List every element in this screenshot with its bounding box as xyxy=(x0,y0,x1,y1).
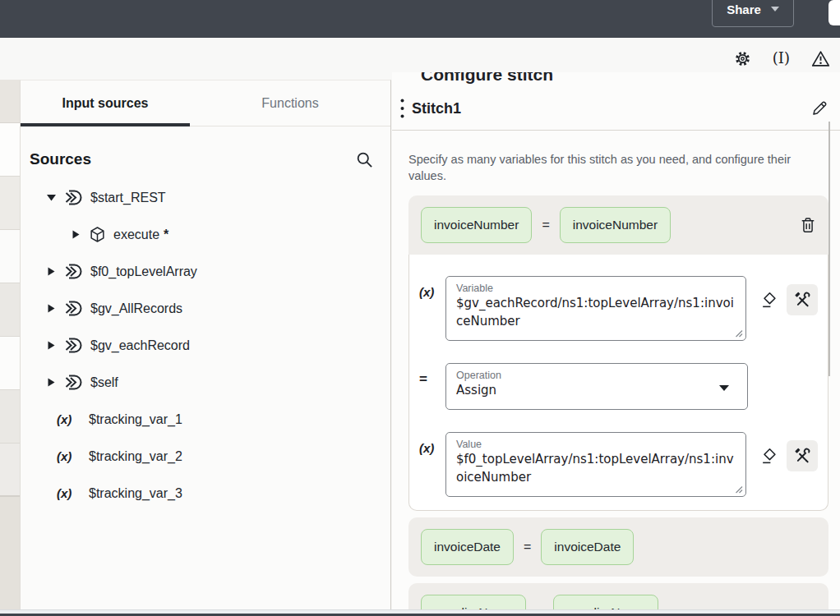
background-canvas-strip xyxy=(0,80,20,616)
operation-select[interactable]: Operation Assign xyxy=(445,363,748,410)
erase-value-icon[interactable] xyxy=(759,447,779,466)
warning-triangle-icon[interactable] xyxy=(811,50,830,67)
tree-item-gv-eachrecord[interactable]: $gv_eachRecord xyxy=(21,327,390,364)
target-variable-badge[interactable]: invoiceNumber xyxy=(421,207,532,243)
field-label: Operation xyxy=(456,370,737,381)
assignment-row[interactable]: invoiceNumber = invoiceNumber xyxy=(408,195,828,255)
operation-row: = Operation Assign xyxy=(419,363,818,410)
caret-down-icon[interactable] xyxy=(46,193,57,202)
tree-item-label: $tracking_var_3 xyxy=(89,486,182,501)
expression-builder-tools-button[interactable] xyxy=(787,284,818,315)
kebab-menu-icon[interactable] xyxy=(400,98,404,119)
stitch-name: Stitch1 xyxy=(412,100,461,117)
chevron-down-icon xyxy=(719,385,729,391)
source-variable-badge[interactable]: invoiceDate xyxy=(541,529,634,565)
value-row: (x) Value $f0_topLevelArray/ns1:topLevel… xyxy=(419,432,818,497)
tree-item-gv-allrecords[interactable]: $gv_AllRecords xyxy=(21,290,390,327)
window-bottom-edge xyxy=(0,609,840,616)
corner-button[interactable] xyxy=(828,0,840,25)
panel-tabs: Input sources Functions xyxy=(21,80,390,126)
top-bar: Share xyxy=(0,0,840,38)
cube-icon xyxy=(89,226,106,243)
sources-tree: $start_REST execute * $f0_topLevelArray xyxy=(21,179,390,512)
expression-builder-tools-button[interactable] xyxy=(787,440,818,471)
edit-pencil-icon[interactable] xyxy=(810,99,828,117)
expression-variable-icon: (x) xyxy=(57,486,81,500)
assignment-editor: (x) Variable $gv_eachRecord/ns1:topLevel… xyxy=(408,255,828,511)
settings-gear-icon[interactable] xyxy=(734,50,751,67)
source-variable-badge[interactable]: invoiceNumber xyxy=(560,207,671,243)
tree-item-tracking-var-2[interactable]: (x) $tracking_var_2 xyxy=(21,438,390,475)
share-button-label: Share xyxy=(727,2,761,16)
tree-item-start-rest[interactable]: $start_REST xyxy=(21,179,390,216)
field-label: Variable xyxy=(456,283,736,294)
caret-right-icon[interactable] xyxy=(46,303,57,314)
tab-functions[interactable]: Functions xyxy=(190,80,390,126)
panel-description: Specify as many variables for this stitc… xyxy=(408,152,820,184)
equals-sign: = xyxy=(419,363,445,388)
tree-item-tracking-var-3[interactable]: (x) $tracking_var_3 xyxy=(21,475,390,512)
tree-item-label: $tracking_var_1 xyxy=(89,412,182,427)
variable-row: (x) Variable $gv_eachRecord/ns1:topLevel… xyxy=(419,276,818,341)
tree-item-tracking-var-1[interactable]: (x) $tracking_var_1 xyxy=(21,401,390,438)
erase-value-icon[interactable] xyxy=(759,291,779,310)
assignment-card-invoicedate[interactable]: invoiceDate = invoiceDate xyxy=(408,517,828,577)
caret-right-icon[interactable] xyxy=(46,377,57,388)
chevron-down-icon xyxy=(771,7,779,11)
configure-stitch-panel: Configure stitch Stitch1 Specify as many… xyxy=(392,72,840,616)
data-source-icon xyxy=(64,264,83,279)
tree-item-f0-toplevelarray[interactable]: $f0_topLevelArray xyxy=(21,253,390,290)
tab-label: Input sources xyxy=(62,96,149,111)
assignment-card-invoicenumber: invoiceNumber = invoiceNumber (x) xyxy=(408,195,828,511)
tree-item-label: $f0_topLevelArray xyxy=(90,264,197,279)
tree-item-label: $start_REST xyxy=(90,191,166,205)
share-button[interactable]: Share xyxy=(712,0,794,27)
field-value: $f0_topLevelArray/ns1:topLevelArray/ns1:… xyxy=(456,451,736,487)
data-source-icon xyxy=(64,375,83,390)
data-source-icon xyxy=(64,338,83,353)
target-variable-badge[interactable]: invoiceDate xyxy=(421,529,514,565)
tree-item-label: $self xyxy=(90,375,118,390)
tab-label: Functions xyxy=(261,96,318,111)
tab-input-sources[interactable]: Input sources xyxy=(21,80,190,126)
expression-variable-icon: (x) xyxy=(419,276,445,299)
resize-grip-icon[interactable] xyxy=(735,329,743,338)
caret-right-icon[interactable] xyxy=(71,229,81,240)
tree-item-execute[interactable]: execute * xyxy=(21,216,390,253)
data-source-icon xyxy=(64,301,83,316)
data-source-icon xyxy=(64,190,83,205)
delete-trash-icon[interactable] xyxy=(800,216,816,234)
caret-right-icon[interactable] xyxy=(46,340,57,351)
information-icon[interactable]: (I) xyxy=(773,51,790,66)
value-field[interactable]: Value $f0_topLevelArray/ns1:topLevelArra… xyxy=(445,432,746,497)
caret-right-icon[interactable] xyxy=(46,266,57,277)
tree-item-label: $tracking_var_2 xyxy=(89,449,182,464)
tree-item-label: $gv_AllRecords xyxy=(90,301,182,316)
tree-item-label: $gv_eachRecord xyxy=(90,338,190,353)
tree-item-label: execute xyxy=(113,228,159,242)
scrollbar-thumb[interactable] xyxy=(828,122,830,376)
equals-sign: = xyxy=(524,540,531,554)
divider xyxy=(392,130,840,131)
required-asterisk: * xyxy=(164,228,168,242)
tree-item-self[interactable]: $self xyxy=(21,364,390,401)
panel-title: Configure stitch xyxy=(421,72,840,85)
expression-variable-icon: (x) xyxy=(57,449,81,463)
variable-field[interactable]: Variable $gv_eachRecord/ns1:topLevelArra… xyxy=(445,276,746,341)
input-sources-panel: Input sources Functions Sources $start_R… xyxy=(20,80,391,616)
expression-variable-icon: (x) xyxy=(419,432,445,455)
field-label: Value xyxy=(456,439,736,450)
expression-variable-icon: (x) xyxy=(57,412,81,426)
field-value: $gv_eachRecord/ns1:topLevelArray/ns1:inv… xyxy=(456,295,736,331)
search-icon[interactable] xyxy=(356,151,373,168)
sources-heading: Sources xyxy=(30,150,91,168)
resize-grip-icon[interactable] xyxy=(735,485,743,494)
equals-sign: = xyxy=(542,218,549,232)
app-window: Share (I) xyxy=(0,0,840,616)
field-value: Assign xyxy=(456,382,737,400)
